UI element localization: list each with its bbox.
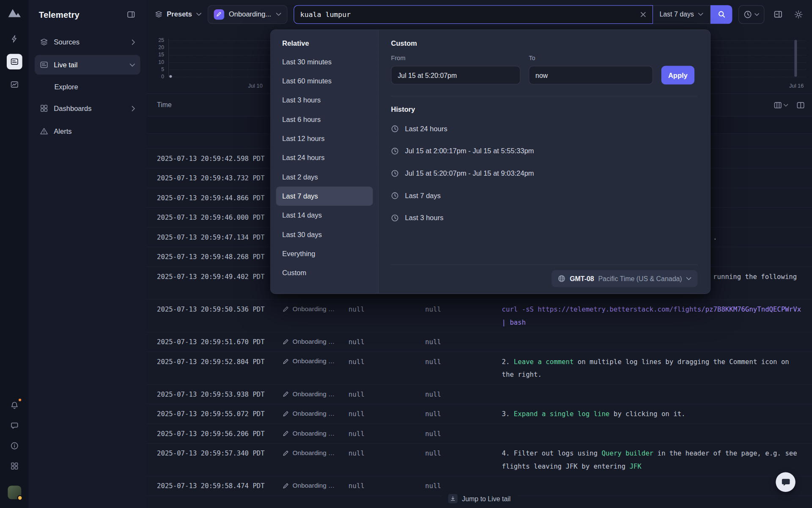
- sidebar-item-explore[interactable]: Explore: [35, 78, 140, 96]
- sidebar: Telemetry Sources Live tail: [28, 0, 146, 508]
- sidebar-item-livetail[interactable]: Live tail: [35, 55, 140, 75]
- chart-x-label: Jul 10: [248, 83, 263, 89]
- relative-option[interactable]: Last 6 hours: [276, 110, 373, 129]
- log-row[interactable]: 2025-07-13 20:59:55.072 PDT Onboarding ……: [147, 404, 812, 424]
- timezone-selector[interactable]: GMT-08 Pacific Time (US & Canada): [551, 270, 697, 287]
- custom-from-input[interactable]: Jul 15 at 5:20:07pm: [391, 66, 520, 85]
- table-layout-button[interactable]: [796, 101, 805, 109]
- source-picker-button[interactable]: Onboarding...: [208, 5, 287, 24]
- sidebar-item-label: Live tail: [54, 61, 77, 69]
- log-source: Onboarding …: [282, 335, 348, 348]
- app-title: Telemetry: [39, 10, 80, 19]
- clock-icon: [743, 10, 752, 19]
- sidebar-item-alerts[interactable]: Alerts: [35, 121, 140, 141]
- log-row[interactable]: 2025-07-13 20:59:53.938 PDT Onboarding ……: [147, 385, 812, 405]
- relative-option[interactable]: Last 30 minutes: [276, 52, 373, 72]
- apps-grid-icon[interactable]: [6, 458, 22, 474]
- livetail-icon: [40, 61, 48, 69]
- log-row[interactable]: 2025-07-13 20:59:51.670 PDT Onboarding ……: [147, 332, 812, 352]
- custom-to-input[interactable]: now: [529, 66, 653, 85]
- livetail-rail-icon[interactable]: [6, 54, 22, 69]
- source-icon: [282, 306, 289, 312]
- search-submit-button[interactable]: [710, 5, 732, 24]
- divider: [391, 96, 697, 97]
- log-message-segment: curl -sS https://telemetry.betterstack.c…: [502, 305, 801, 326]
- log-row[interactable]: 2025-07-13 20:59:50.536 PDT Onboarding ……: [147, 300, 812, 332]
- log-message: 3. Expand a single log line by clicking …: [502, 407, 812, 420]
- relative-option[interactable]: Last 7 days: [276, 187, 373, 206]
- log-source-label: Onboarding …: [293, 303, 335, 316]
- chart-data-point: [169, 75, 172, 78]
- history-title: History: [391, 106, 697, 113]
- relative-title: Relative: [282, 39, 373, 47]
- chart-y-axis: [168, 39, 169, 77]
- log-message-segment: Expand a single log line: [514, 410, 609, 418]
- recent-searches-button[interactable]: [738, 5, 764, 24]
- log-col-null: null: [425, 447, 502, 460]
- feedback-chat-icon[interactable]: [6, 418, 22, 433]
- relative-option[interactable]: Everything: [276, 244, 373, 263]
- search-input[interactable]: [294, 10, 634, 19]
- time-range-dropdown: Relative Last 30 minutesLast 60 minutesL…: [270, 30, 710, 294]
- search-box[interactable]: [294, 5, 653, 24]
- log-message-segment: Leave a comment: [514, 358, 574, 365]
- sidebar-item-label: Alerts: [54, 127, 71, 135]
- relative-option[interactable]: Last 30 days: [276, 225, 373, 244]
- log-time: 2025-07-13 20:59:44.866 PDT: [157, 191, 282, 204]
- jump-to-live-tail-button[interactable]: Jump to Live tail: [442, 492, 517, 505]
- timezone-row: GMT-08 Pacific Time (US & Canada): [391, 264, 697, 287]
- time-range-label: Last 7 days: [659, 10, 694, 18]
- time-range-button[interactable]: Last 7 days: [653, 5, 710, 24]
- log-message: 4. Filter out logs using Query builder i…: [502, 447, 812, 473]
- jump-icon: [448, 494, 457, 503]
- clear-search-icon[interactable]: [634, 11, 652, 17]
- presets-button[interactable]: Presets: [155, 10, 201, 18]
- chat-launcher-button[interactable]: [776, 472, 796, 492]
- chevron-down-icon: [686, 277, 691, 281]
- relative-option[interactable]: Last 60 minutes: [276, 72, 373, 91]
- log-source-label: Onboarding …: [293, 335, 335, 348]
- log-message-segment: JFK: [629, 462, 641, 470]
- log-time: 2025-07-13 20:59:46.000 PDT: [157, 211, 282, 224]
- user-avatar[interactable]: [8, 486, 21, 499]
- table-layout-icon: [796, 101, 805, 109]
- relative-option[interactable]: Last 14 days: [276, 206, 373, 225]
- notifications-bell-icon[interactable]: [6, 398, 22, 413]
- sidebar-item-dashboards[interactable]: Dashboards: [35, 99, 140, 119]
- collapse-sidebar-icon[interactable]: [124, 7, 138, 22]
- topbar: Presets Onboarding...: [147, 0, 812, 28]
- log-time: 2025-07-13 20:59:42.598 PDT: [157, 152, 282, 165]
- history-item[interactable]: Last 3 hours: [391, 207, 697, 229]
- log-source-label: Onboarding …: [293, 480, 335, 493]
- log-source-label: Onboarding …: [293, 447, 335, 460]
- log-time: 2025-07-13 20:59:48.268 PDT: [157, 250, 282, 263]
- history-item[interactable]: Jul 15 at 2:00:17pm - Jul 15 at 5:55:33p…: [391, 140, 697, 163]
- relative-option[interactable]: Last 12 hours: [276, 129, 373, 148]
- presets-label: Presets: [167, 10, 192, 18]
- quickstart-lightning-icon[interactable]: [6, 31, 22, 47]
- log-source: Onboarding …: [282, 447, 348, 460]
- chart-y-tick: 10: [147, 59, 165, 65]
- help-info-icon[interactable]: [6, 438, 22, 454]
- log-col-null: null: [348, 388, 425, 401]
- presets-layers-icon: [155, 10, 162, 18]
- relative-option[interactable]: Last 3 hours: [276, 91, 373, 110]
- sidebar-item-sources[interactable]: Sources: [35, 32, 140, 52]
- settings-gear-icon[interactable]: [791, 6, 806, 22]
- relative-option[interactable]: Custom: [276, 263, 373, 282]
- history-item[interactable]: Jul 15 at 5:20:07pm - Jul 15 at 9:03:24p…: [391, 162, 697, 185]
- history-item[interactable]: Last 7 days: [391, 185, 697, 207]
- explore-rail-icon[interactable]: [6, 77, 22, 92]
- log-row[interactable]: 2025-07-13 20:59:57.340 PDT Onboarding ……: [147, 444, 812, 476]
- apply-button[interactable]: Apply: [661, 66, 694, 85]
- relative-option[interactable]: Last 2 days: [276, 168, 373, 187]
- log-row[interactable]: 2025-07-13 20:59:56.206 PDT Onboarding ……: [147, 424, 812, 444]
- panel-toggle-icon[interactable]: [771, 6, 785, 22]
- source-badge-icon: [214, 9, 224, 19]
- log-row[interactable]: 2025-07-13 20:59:52.804 PDT Onboarding ……: [147, 352, 812, 384]
- log-time: 2025-07-13 20:59:55.072 PDT: [157, 407, 282, 420]
- history-item[interactable]: Last 24 hours: [391, 118, 697, 140]
- timezone-name: Pacific Time (US & Canada): [598, 275, 682, 282]
- relative-option[interactable]: Last 24 hours: [276, 148, 373, 167]
- column-settings-button[interactable]: [774, 101, 788, 109]
